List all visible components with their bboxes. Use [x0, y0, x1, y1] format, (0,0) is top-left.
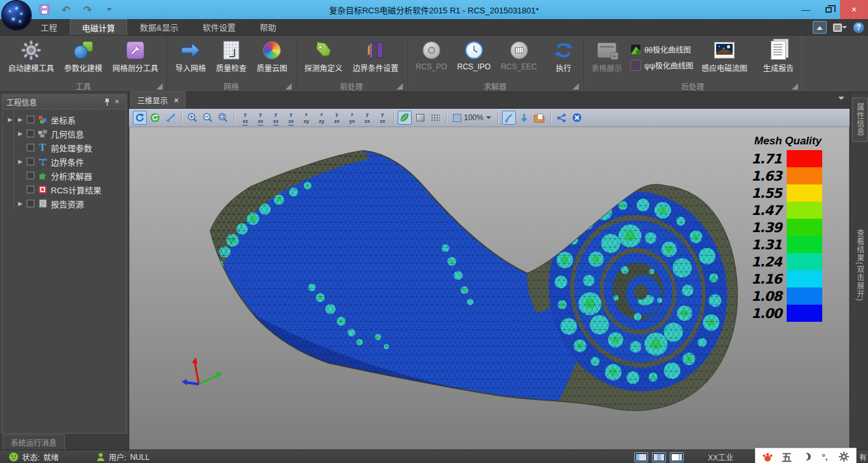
view-zx-bottom-button[interactable]: yzx	[284, 111, 298, 125]
rcs-eec-button[interactable]: RCS_EEC	[496, 38, 541, 72]
expand-arrow-icon[interactable]: ▶	[17, 200, 24, 207]
zoom-in-button[interactable]	[186, 111, 200, 125]
view-zy-right-button[interactable]: xzy	[315, 111, 329, 125]
parametric-modeling-button[interactable]: 参数化建模	[60, 38, 107, 74]
undo-button[interactable]: ↶	[60, 3, 72, 16]
select-tool-button[interactable]	[502, 111, 516, 125]
dialog-launcher-icon[interactable]	[792, 83, 798, 90]
view-xz-top-button[interactable]: yxz	[269, 111, 283, 125]
restore-button[interactable]	[817, 0, 840, 19]
tree-checkbox[interactable]	[27, 186, 34, 193]
zoom-fit-button[interactable]	[216, 111, 230, 125]
layout-right-button[interactable]	[670, 452, 684, 462]
tree-item-boundary-conditions[interactable]: ▶ 边界条件	[4, 155, 126, 169]
tree-item-rcs-results[interactable]: RCS计算结果	[4, 183, 126, 197]
view-iso-1-button[interactable]: yzx	[330, 111, 344, 125]
import-view-button[interactable]	[517, 111, 531, 125]
tree-item-preprocess-params[interactable]: T 前处理参数	[4, 141, 126, 155]
tab-help[interactable]: 帮助	[248, 19, 288, 35]
tree-checkbox[interactable]	[27, 116, 34, 123]
help-icon[interactable]: ?	[853, 22, 864, 33]
ime-punctuation-mode[interactable]: °,	[819, 450, 831, 463]
tree-checkbox[interactable]	[27, 158, 34, 165]
tab-em-computation[interactable]: 电磁计算	[70, 19, 127, 35]
launch-modeling-tool-button[interactable]: 启动建模工具	[4, 38, 58, 74]
wireframe-view-button[interactable]	[413, 111, 427, 125]
theta-polarization-curve-button[interactable]: θθ极化曲线图	[628, 43, 696, 56]
rcs-ipo-button[interactable]: RCS_IPO	[452, 38, 495, 72]
tree-checkbox[interactable]	[27, 200, 34, 207]
dialog-launcher-icon[interactable]	[397, 83, 403, 90]
save-button[interactable]	[38, 3, 51, 16]
mesh-view-button[interactable]	[428, 111, 442, 125]
tree-checkbox[interactable]	[27, 144, 34, 151]
snapshot-folder-button[interactable]	[532, 111, 546, 125]
execute-button[interactable]: 执行	[548, 38, 579, 74]
view-xz-front-button[interactable]: yxz	[238, 111, 252, 125]
pan-button[interactable]	[163, 111, 177, 125]
table-display-button[interactable]: + 表格展示	[587, 38, 627, 74]
import-mesh-button[interactable]: 导入网格	[171, 38, 210, 74]
dialog-launcher-icon[interactable]	[285, 83, 292, 90]
tree-item-report-resources[interactable]: ▶ 报告资源	[4, 197, 126, 211]
tree-item-analysis-solver[interactable]: 分析求解器	[4, 169, 126, 183]
expand-arrow-icon[interactable]: ▶	[17, 116, 24, 123]
legend-title: Mesh Quality	[747, 135, 829, 148]
shaded-view-button[interactable]	[398, 111, 412, 125]
tab-engineering[interactable]: 工程	[29, 19, 69, 35]
dialog-launcher-icon[interactable]	[573, 83, 579, 90]
view-zy-left-button[interactable]: xzy	[299, 111, 313, 125]
layout-center-button[interactable]	[652, 452, 666, 462]
view-iso-4-button[interactable]: yzx	[376, 111, 390, 125]
tab-data-display[interactable]: 数据&显示	[128, 19, 190, 35]
psi-polarization-curve-button[interactable]: ψψ极化曲线图	[628, 59, 696, 72]
pin-icon[interactable]	[102, 97, 112, 107]
ime-paw-icon[interactable]	[762, 450, 773, 463]
delete-view-button[interactable]	[570, 111, 584, 125]
quality-cloud-map-button[interactable]: 质量云图	[252, 38, 292, 74]
tab-software-settings[interactable]: 软件设置	[191, 19, 247, 35]
collapse-ribbon-button[interactable]	[813, 21, 827, 34]
view-iso-2-button[interactable]: zyx	[345, 111, 359, 125]
induced-current-map-button[interactable]: 感应电磁流图	[697, 38, 752, 74]
redo-button[interactable]: ↷	[81, 3, 94, 16]
tab-3d-display[interactable]: 三维显示 ×	[130, 92, 186, 108]
dialog-launcher-icon[interactable]	[156, 83, 163, 90]
zoom-out-button[interactable]	[201, 111, 215, 125]
button-label: RCS_PO	[416, 62, 447, 71]
view-results-tab[interactable]: 查看结果(双击展开)	[855, 229, 865, 301]
probe-angle-define-button[interactable]: 探测角定义	[300, 38, 347, 74]
share-export-button[interactable]	[555, 111, 569, 125]
system-messages-tab[interactable]: 系统运行消息	[3, 434, 65, 450]
tree-checkbox[interactable]	[27, 172, 34, 179]
tree-checkbox[interactable]	[27, 130, 34, 137]
property-info-tab[interactable]: 属性信息	[852, 97, 868, 142]
generate-report-button[interactable]: 生成报告	[759, 38, 798, 74]
mesh-partition-tool-button[interactable]: 网格剖分工具	[108, 38, 163, 74]
minimize-button[interactable]: —	[794, 0, 817, 19]
viewport-canvas[interactable]: Mesh Quality 1.71 1.63 1.55 1.47 1.39 1.…	[129, 127, 850, 450]
ime-settings-gear-icon[interactable]	[838, 450, 850, 463]
tab-list-dropdown-icon[interactable]	[838, 97, 844, 103]
tab-close-icon[interactable]: ×	[174, 96, 179, 105]
expand-arrow-icon[interactable]: ▶	[17, 158, 24, 165]
rcs-po-button[interactable]: RCS_PO	[411, 38, 451, 72]
app-logo-icon[interactable]	[3, 1, 31, 29]
ime-moon-icon[interactable]	[800, 450, 811, 463]
boundary-condition-settings-button[interactable]: 边界条件设置	[348, 38, 403, 74]
qat-dropdown-icon[interactable]	[103, 3, 116, 16]
orbit-rotate-button[interactable]	[133, 111, 147, 125]
view-zx-back-button[interactable]: yzx	[254, 111, 268, 125]
close-icon[interactable]: ×	[112, 97, 122, 107]
view-iso-3-button[interactable]: yzx	[360, 111, 374, 125]
spin-rotate-button[interactable]	[148, 111, 162, 125]
tree-item-geometry-info[interactable]: ▶ 几何信息	[4, 127, 126, 141]
display-mode-button[interactable]	[833, 21, 847, 34]
zoom-level-dropdown[interactable]: 100%	[451, 111, 494, 125]
ime-wubi-mode[interactable]: 五	[781, 450, 792, 463]
quality-check-button[interactable]: 质量检查	[212, 38, 251, 74]
expand-arrow-icon[interactable]: ▶	[17, 130, 24, 137]
close-button[interactable]: ×	[840, 0, 868, 19]
layout-left-button[interactable]	[634, 452, 648, 462]
tree-item-coordinate-system[interactable]: ▶ ▶ 坐标系	[4, 113, 126, 127]
